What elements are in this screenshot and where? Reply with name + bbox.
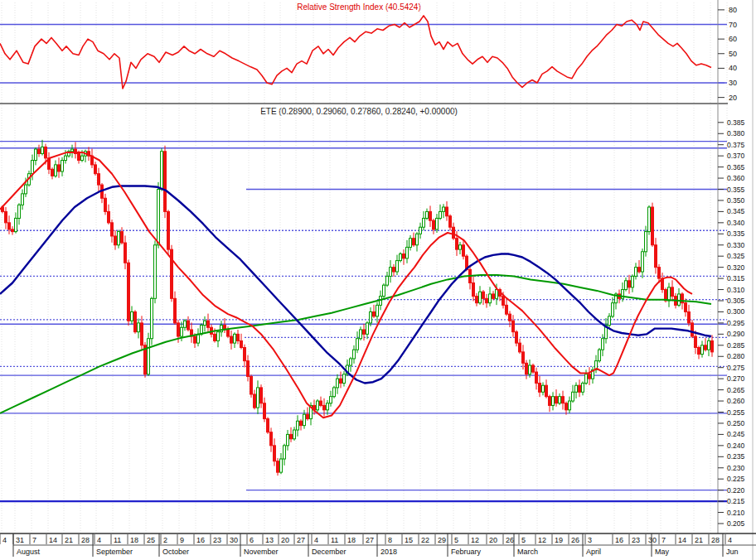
svg-text:May: May — [655, 548, 670, 556]
svg-text:26: 26 — [506, 536, 514, 544]
svg-text:2: 2 — [163, 536, 167, 544]
svg-text:21: 21 — [65, 536, 73, 544]
svg-text:0.260: 0.260 — [727, 397, 745, 405]
svg-text:0.345: 0.345 — [727, 207, 745, 215]
candlestick-series — [2, 140, 714, 476]
svg-text:26: 26 — [571, 536, 579, 544]
svg-text:25: 25 — [147, 536, 155, 544]
svg-text:0.295: 0.295 — [727, 319, 745, 327]
svg-text:16: 16 — [615, 536, 623, 544]
svg-text:11: 11 — [331, 536, 338, 544]
svg-text:0.270: 0.270 — [727, 374, 745, 383]
svg-text:September: September — [96, 548, 133, 556]
svg-text:Jun: Jun — [726, 548, 739, 556]
svg-text:6: 6 — [250, 536, 254, 544]
stock-chart-window: Relative Strength Index (40.5424) ETE (0… — [0, 0, 756, 560]
svg-text:0.335: 0.335 — [727, 229, 745, 238]
svg-text:0.240: 0.240 — [727, 442, 745, 450]
svg-text:30: 30 — [230, 536, 238, 544]
svg-text:0.275: 0.275 — [727, 364, 745, 372]
svg-text:15: 15 — [405, 536, 413, 544]
svg-text:50: 50 — [729, 50, 737, 58]
svg-text:0.205: 0.205 — [727, 519, 745, 528]
svg-text:0.230: 0.230 — [727, 464, 745, 472]
svg-text:19: 19 — [555, 536, 563, 544]
svg-text:0.380: 0.380 — [727, 129, 745, 138]
svg-text:0.325: 0.325 — [727, 252, 745, 260]
svg-text:0.340: 0.340 — [727, 219, 745, 227]
svg-text:23: 23 — [632, 536, 640, 544]
svg-text:March: March — [517, 548, 538, 556]
svg-text:20: 20 — [729, 94, 737, 102]
svg-text:0.305: 0.305 — [727, 297, 745, 305]
svg-text:30: 30 — [729, 79, 737, 87]
svg-text:18: 18 — [347, 536, 356, 544]
svg-text:0.350: 0.350 — [727, 196, 745, 205]
support-resistance-lines — [0, 142, 727, 501]
svg-text:8: 8 — [388, 536, 392, 544]
svg-text:20: 20 — [489, 536, 497, 544]
svg-text:November: November — [244, 548, 279, 556]
svg-text:4: 4 — [2, 536, 7, 544]
svg-text:11: 11 — [114, 536, 121, 544]
svg-text:2018: 2018 — [380, 548, 397, 556]
svg-text:0.220: 0.220 — [727, 486, 745, 495]
svg-text:14: 14 — [678, 536, 686, 544]
svg-text:April: April — [586, 548, 601, 556]
svg-text:0.245: 0.245 — [727, 430, 745, 438]
svg-text:0.235: 0.235 — [727, 452, 745, 461]
svg-text:0.280: 0.280 — [727, 352, 745, 360]
chart-canvas: 807060504030200.3850.3800.3750.3700.3650… — [0, 0, 756, 560]
svg-text:0.265: 0.265 — [727, 386, 745, 394]
moving-averages — [0, 152, 711, 418]
svg-text:0.310: 0.310 — [727, 286, 745, 294]
svg-text:0.210: 0.210 — [727, 509, 745, 517]
svg-text:14: 14 — [49, 536, 57, 544]
svg-text:0.250: 0.250 — [727, 419, 745, 427]
svg-text:20: 20 — [281, 536, 289, 544]
svg-text:4: 4 — [97, 536, 101, 544]
right-price-axis: 807060504030200.3850.3800.3750.3700.3650… — [718, 0, 753, 560]
svg-text:February: February — [451, 548, 482, 556]
svg-text:12: 12 — [538, 536, 546, 544]
svg-text:31: 31 — [16, 536, 24, 544]
svg-text:0.385: 0.385 — [727, 118, 745, 127]
svg-text:0.365: 0.365 — [727, 163, 745, 171]
svg-text:0.330: 0.330 — [727, 241, 745, 249]
bottom-date-axis: 4317142128411182529162330613202741118278… — [0, 533, 756, 557]
svg-text:0.255: 0.255 — [727, 408, 745, 417]
svg-text:29: 29 — [438, 536, 446, 544]
svg-text:21: 21 — [695, 536, 703, 544]
svg-text:18: 18 — [130, 536, 138, 544]
svg-text:0.375: 0.375 — [727, 141, 745, 149]
svg-text:40: 40 — [729, 64, 737, 72]
svg-text:0.225: 0.225 — [727, 475, 745, 483]
svg-text:9: 9 — [180, 536, 184, 544]
svg-text:7: 7 — [662, 536, 666, 544]
rsi-panel — [0, 16, 728, 104]
svg-text:3: 3 — [588, 536, 592, 544]
svg-text:80: 80 — [729, 6, 737, 14]
svg-text:0.315: 0.315 — [727, 274, 745, 282]
svg-text:October: October — [162, 548, 189, 556]
svg-text:4: 4 — [314, 536, 318, 544]
svg-text:0.300: 0.300 — [727, 307, 745, 316]
svg-text:5: 5 — [454, 536, 458, 544]
svg-text:August: August — [17, 548, 41, 556]
svg-text:0.320: 0.320 — [727, 263, 745, 272]
svg-text:28: 28 — [81, 536, 90, 544]
svg-text:4: 4 — [728, 536, 732, 544]
svg-text:12: 12 — [471, 536, 479, 544]
svg-text:December: December — [312, 548, 346, 556]
svg-text:60: 60 — [729, 35, 737, 43]
svg-text:22: 22 — [421, 536, 429, 544]
gridlines — [2, 2, 727, 533]
svg-text:0.215: 0.215 — [727, 497, 745, 505]
svg-text:13: 13 — [265, 536, 274, 544]
svg-text:27: 27 — [297, 536, 305, 544]
svg-text:0.290: 0.290 — [727, 330, 745, 338]
svg-text:7: 7 — [32, 536, 36, 544]
svg-text:0.360: 0.360 — [727, 174, 745, 182]
svg-text:0.285: 0.285 — [727, 341, 745, 350]
svg-text:70: 70 — [729, 21, 737, 29]
